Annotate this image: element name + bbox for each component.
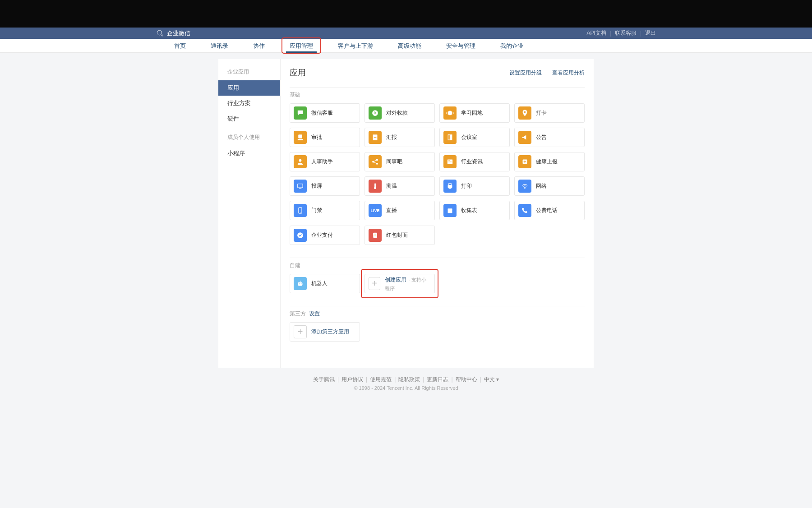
app-card-label: 门禁 — [311, 207, 322, 214]
add-thirdparty-button[interactable]: +添加第三方应用 — [290, 322, 360, 342]
section-basic-label: 基础 — [290, 87, 585, 103]
app-card[interactable]: 学习园地 — [439, 103, 510, 123]
nav-tab[interactable]: 应用管理 — [290, 39, 313, 53]
app-card-label: 对外收款 — [386, 109, 408, 117]
app-card[interactable]: 人事助手 — [290, 152, 360, 171]
app-card[interactable]: 同事吧 — [364, 152, 435, 171]
person-icon — [294, 155, 307, 168]
app-card-label: 直播 — [386, 207, 397, 214]
footer-link[interactable]: 更新日志 — [427, 376, 448, 383]
nav-tab[interactable]: 通讯录 — [211, 39, 228, 53]
nav-tab[interactable]: 客户与上下游 — [338, 39, 373, 53]
wifi-icon — [518, 180, 531, 193]
health-icon — [518, 155, 531, 168]
header-links: API文档 | 联系客服 | 退出 — [586, 29, 656, 37]
app-card[interactable]: 收集表 — [439, 201, 510, 220]
app-card[interactable]: 机器人 — [290, 274, 360, 293]
app-card-label: 健康上报 — [536, 158, 558, 166]
footer-link[interactable]: 隐私政策 — [398, 376, 420, 383]
app-card[interactable]: 测温 — [364, 176, 435, 196]
sidebar-item[interactable]: 硬件 — [218, 111, 280, 126]
footer-link[interactable]: 帮助中心 — [456, 376, 477, 383]
api-docs-link[interactable]: API文档 — [586, 29, 606, 37]
app-card[interactable]: 微信客服 — [290, 103, 360, 123]
app-card-label: 会议室 — [461, 134, 477, 141]
sidebar-group-enterprise: 企业应用 — [218, 66, 280, 80]
app-card-label: 打印 — [461, 182, 472, 190]
sidebar: 企业应用 应用行业方案硬件 成员个人使用 小程序 — [218, 59, 281, 368]
nav-tab[interactable]: 协作 — [253, 39, 265, 53]
app-card-label: 公告 — [536, 134, 547, 141]
create-app-button[interactable]: +创建应用 · 支持小程序 — [364, 274, 435, 293]
app-card[interactable]: 门禁 — [290, 201, 360, 220]
nav-tab[interactable]: 安全与管理 — [446, 39, 475, 53]
brand-logo[interactable]: 企业微信 — [156, 29, 190, 37]
app-card-label: 测温 — [386, 182, 397, 190]
logout-link[interactable]: 退出 — [645, 29, 656, 37]
plus-icon: + — [294, 325, 307, 338]
set-app-group-link[interactable]: 设置应用分组 — [509, 69, 542, 77]
app-card[interactable]: 公告 — [514, 128, 585, 147]
view-analysis-link[interactable]: 查看应用分析 — [552, 69, 585, 77]
app-card[interactable]: LIVE直播 — [364, 201, 435, 220]
form-icon — [443, 204, 457, 217]
app-card-label: 微信客服 — [311, 109, 333, 117]
pay-icon — [294, 229, 307, 242]
nav-tab[interactable]: 首页 — [174, 39, 186, 53]
app-card-label: 同事吧 — [386, 158, 402, 166]
app-card[interactable]: 公费电话 — [514, 201, 585, 220]
brand-name: 企业微信 — [167, 29, 190, 37]
app-card-label: 行业资讯 — [461, 158, 483, 166]
app-card-label: 审批 — [311, 134, 322, 141]
app-card-label: 汇报 — [386, 134, 397, 141]
nav-bar: 首页通讯录协作应用管理客户与上下游高级功能安全与管理我的企业 — [0, 39, 812, 53]
phone-icon — [518, 204, 531, 217]
app-card[interactable]: 打印 — [439, 176, 510, 196]
footer-link[interactable]: 中文 ▾ — [484, 376, 499, 383]
stamp-icon — [294, 131, 307, 144]
app-card-label: 打卡 — [536, 109, 547, 117]
sidebar-item[interactable]: 行业方案 — [218, 96, 280, 111]
app-card[interactable]: 行业资讯 — [439, 152, 510, 171]
app-card[interactable]: 红包封面 — [364, 226, 435, 245]
app-card[interactable]: 健康上报 — [514, 152, 585, 171]
top-header: 企业微信 API文档 | 联系客服 | 退出 — [0, 28, 812, 39]
app-card[interactable]: 审批 — [290, 128, 360, 147]
app-card[interactable]: 网络 — [514, 176, 585, 196]
svg-point-1 — [161, 35, 163, 36]
app-card-label: 学习园地 — [461, 109, 483, 117]
doc-icon — [369, 131, 382, 144]
nav-highlight-box — [281, 37, 321, 54]
nav-tab[interactable]: 高级功能 — [398, 39, 421, 53]
main-content: 应用 设置应用分组 | 查看应用分析 基础 微信客服对外收款学习园地打卡审批汇报… — [281, 59, 594, 368]
app-card-label: 红包封面 — [386, 231, 408, 239]
add-thirdparty-label: 添加第三方应用 — [311, 328, 349, 336]
app-card-label: 企业支付 — [311, 231, 333, 239]
sidebar-group-personal: 成员个人使用 — [218, 132, 280, 146]
footer-link[interactable]: 用户协议 — [341, 376, 363, 383]
live-icon: LIVE — [369, 204, 382, 217]
sidebar-item[interactable]: 小程序 — [218, 146, 280, 161]
app-card-label: 收集表 — [461, 207, 477, 214]
share-icon — [369, 155, 382, 168]
footer-link[interactable]: 关于腾讯 — [313, 376, 335, 383]
sidebar-item[interactable]: 应用 — [218, 80, 280, 96]
contact-link[interactable]: 联系客服 — [615, 29, 637, 37]
redpacket-icon — [369, 229, 382, 242]
pin-icon — [518, 106, 531, 120]
plus-icon: + — [369, 277, 380, 290]
nav-tab[interactable]: 我的企业 — [500, 39, 524, 53]
browser-chrome-bar — [0, 0, 812, 28]
app-card[interactable]: 企业支付 — [290, 226, 360, 245]
app-card[interactable]: 会议室 — [439, 128, 510, 147]
planet-icon — [443, 106, 457, 120]
yen-icon — [369, 106, 382, 120]
news-icon — [443, 155, 457, 168]
app-card[interactable]: 打卡 — [514, 103, 585, 123]
footer-link[interactable]: 使用规范 — [370, 376, 392, 383]
third-party-settings-link[interactable]: 设置 — [309, 310, 320, 317]
app-card[interactable]: 投屏 — [290, 176, 360, 196]
app-card-label: 人事助手 — [311, 158, 333, 166]
app-card[interactable]: 对外收款 — [364, 103, 435, 123]
app-card[interactable]: 汇报 — [364, 128, 435, 147]
